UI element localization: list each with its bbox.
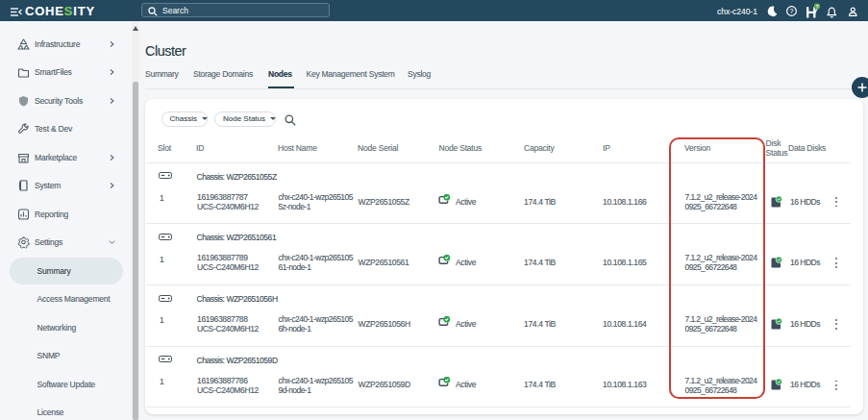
svg-text:?: ? xyxy=(815,4,818,10)
svg-text:?: ? xyxy=(790,7,794,13)
